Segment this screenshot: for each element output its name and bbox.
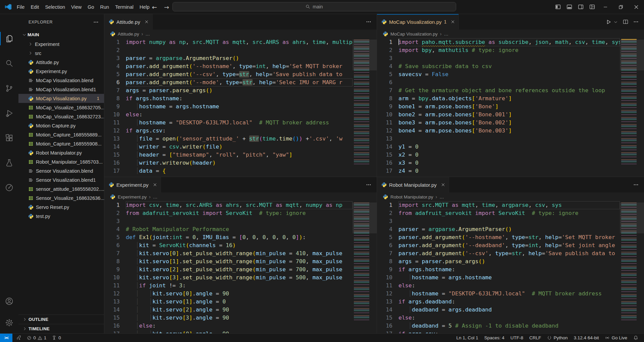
code-line[interactable]: bone3 = arm.pose.bones['Bone.002'] [398,119,620,127]
editor-more-actions-icon[interactable] [633,19,639,24]
code-line[interactable]: │kit.servo[0].set_pulse_width_range(min_… [126,249,353,258]
code-line[interactable]: │kit.servo[1].set_pulse_width_range(min_… [126,258,353,266]
code-line[interactable]: # Get the armature object and bone refer… [398,87,620,95]
code-line[interactable]: parser = argparse.ArgumentParser() [398,225,620,233]
breadcrumb[interactable]: Robot Manipulator.py›… [377,192,644,201]
file-item[interactable]: MoCap Visualization.py1 [18,94,104,103]
code-line[interactable]: │header = ["timestamp", "roll", "pitch",… [126,151,353,159]
code-line[interactable]: bone2 = arm.pose.bones['Bone.001'] [398,111,620,119]
code-line[interactable]: │else: [126,322,353,330]
run-and-debug-icon[interactable] [0,101,18,125]
notifications-bell-icon[interactable] [630,335,641,340]
file-item[interactable]: Motion_Capture_168555889... [18,130,104,139]
code-line[interactable]: bone4 = arm.pose.bones['Bone.003'] [398,127,620,135]
code-line[interactable]: │writer = csv.writer(file) [126,143,353,151]
code-line[interactable]: │deadband = 5 # Assign -1 to disable dea… [398,322,620,330]
editor-more-actions-icon[interactable] [366,182,371,187]
file-item[interactable]: Robot_Manipulator_1685703... [18,157,104,166]
code-line[interactable]: │kit = ServoKit(channels = 16) [126,241,353,249]
code-line[interactable]: y1 = 0 [398,143,620,151]
ports-button[interactable]: 0 [49,334,64,342]
minimap-slider[interactable] [620,203,644,233]
back-arrow[interactable]: ← [152,0,157,14]
split-editor-icon[interactable] [623,19,628,24]
code-line[interactable]: args = parser.parse_args() [126,87,353,95]
code-line[interactable]: parser.add_argument('--csv', type=str, h… [126,70,353,78]
code-line[interactable]: else: [398,282,620,290]
file-item[interactable]: sensor_attitude_1685558202.... [18,184,104,193]
remote-indicator[interactable]: >< [0,334,12,342]
extensions-icon[interactable] [0,125,18,150]
encoding[interactable]: UTF-8 [507,335,526,340]
code-line[interactable] [398,54,620,62]
code-line[interactable]: │data = { [126,167,353,175]
editor-more-actions-icon[interactable] [366,19,371,24]
file-item[interactable]: MoCap_Visualize_168632723... [18,112,104,121]
code-line[interactable]: from adafruit_servokit import ServoKit #… [126,209,353,217]
code-line[interactable]: │deadband = args.deadband [398,306,620,314]
code-line[interactable]: │hostname = "DESKTOP-6J3L7MJ.local" # MQ… [126,119,353,127]
code-line[interactable]: parser = argparse.ArgumentParser() [126,54,353,62]
language-mode[interactable]: Python [544,335,571,340]
code-line[interactable]: parser.add_argument('--csv', type=str, h… [398,249,620,258]
customize-layout-icon[interactable] [586,0,598,14]
cursor-position[interactable]: Ln 1, Col 1 [453,335,481,340]
code-area[interactable]: import csv, time, src.AHRS as ahrs, src.… [120,201,353,333]
code-line[interactable] [126,46,353,54]
rocket-button[interactable] [14,334,24,342]
file-item[interactable]: MoCap_Visualize_168632705... [18,103,104,112]
menu-file[interactable]: File [14,4,28,10]
testing-icon[interactable] [0,150,18,175]
file-item[interactable]: test.py [18,212,104,221]
minimap-slider[interactable] [620,40,644,70]
workspace-root[interactable]: MAIN [18,30,104,40]
menu-terminal[interactable]: Terminal [112,4,137,10]
code-line[interactable]: # Save subscribe data to csv [398,62,620,70]
menu-view[interactable]: View [68,4,85,10]
indentation[interactable]: Spaces: 4 [481,335,507,340]
line-numbers-gutter[interactable]: 1234567891011121314151617 [377,201,392,333]
minimap-slider[interactable] [353,203,377,233]
breadcrumb[interactable]: MoCap Visualization.py›… [377,30,644,38]
line-numbers-gutter[interactable]: 1234567891011121314151617 [104,201,120,333]
menu-selection[interactable]: Selection [42,4,68,10]
breadcrumb[interactable]: Experiment.py›… [104,192,377,201]
code-line[interactable]: │file = open('sensor_attitude_' + str(ti… [126,135,353,143]
code-line[interactable]: import src.MQTT as mqtt, time, argparse,… [398,201,620,209]
explorer-icon[interactable] [0,26,18,51]
code-line[interactable]: │ │kit.servo[2].angle = 90 [126,306,353,314]
code-line[interactable]: arm = bpy.data.objects['Armature'] [398,95,620,103]
code-line[interactable]: if args.csv: [398,330,620,333]
code-line[interactable]: # Robot Manipulator Performance [126,225,353,233]
file-item[interactable]: Servo Reset.py [18,203,104,212]
menu-go[interactable]: Go [85,4,97,10]
editor-more-actions-icon[interactable] [633,182,639,187]
close-tab-icon[interactable] [153,182,157,187]
minimap[interactable] [620,201,644,333]
go-live-button[interactable]: Go Live [602,335,630,340]
folder-item[interactable]: Experiment [18,40,104,49]
code-line[interactable]: if args.hostname: [398,266,620,274]
problems-button[interactable]: 0 1 [24,334,49,342]
code-line[interactable]: parser.add_argument('--hostname', type=s… [398,233,620,241]
minimap[interactable] [353,38,377,177]
code-line[interactable]: parser.add_argument('--hostname', type=i… [126,62,353,70]
close-window-button[interactable] [629,0,644,14]
code-line[interactable]: else: [126,111,353,119]
code-line[interactable]: │ │kit.servo[1].angle = 0 [126,298,353,306]
code-line[interactable]: │ │kit.servo[0].angle = 90 [126,290,353,298]
code-line[interactable]: │hostname = args.hostname [398,274,620,282]
file-item[interactable]: Motion_Capture_168555908... [18,139,104,148]
file-item[interactable]: Motion Capture.py [18,121,104,130]
code-line[interactable]: parser.add_argument('--mode', type=str, … [126,78,353,87]
toggle-primary-sidebar-icon[interactable] [552,0,564,14]
file-item[interactable]: Sensor_Visualize_168632636... [18,193,104,203]
run-python-file-icon[interactable] [606,19,611,25]
code-line[interactable] [398,78,620,87]
toggle-panel-icon[interactable] [564,0,575,14]
code-line[interactable]: import paho.mqtt.subscribe as subscribe,… [398,38,620,46]
restore-button[interactable] [613,0,629,14]
code-line[interactable]: │kit.servo[2].set_pulse_width_range(min_… [126,266,353,274]
code-line[interactable]: │hostname = args.hostname [126,103,353,111]
code-line[interactable]: import numpy as np, src.MQTT as mqtt, sr… [126,38,353,46]
